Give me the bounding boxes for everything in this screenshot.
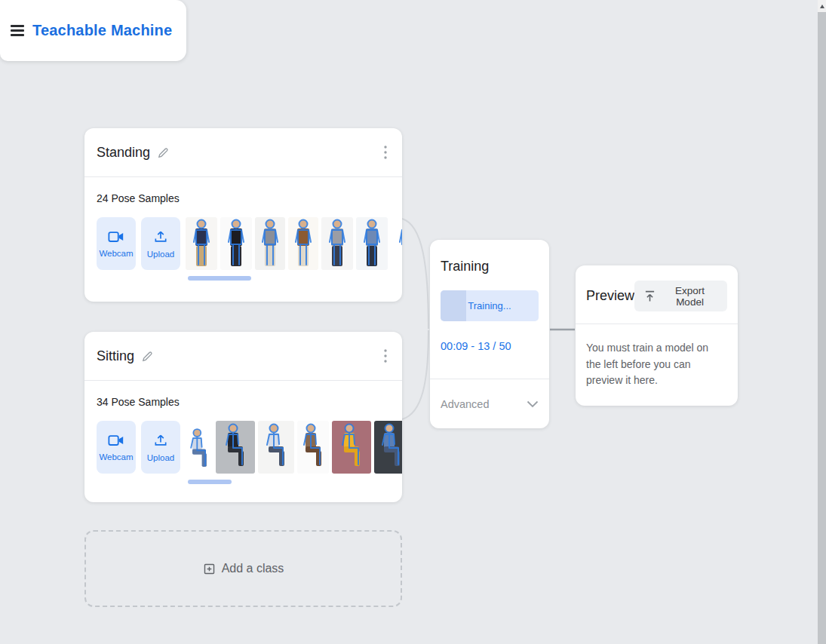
webcam-button[interactable]: Webcam [97, 217, 136, 270]
sample-strip: Webcam Upload [97, 217, 402, 270]
pose-sample-thumbnail[interactable] [321, 217, 353, 270]
class-card-header: Sitting [84, 332, 402, 381]
vertical-scrollbar[interactable] [818, 0, 826, 644]
webcam-button[interactable]: Webcam [97, 421, 136, 474]
edit-pencil-icon[interactable] [157, 146, 170, 159]
webcam-label: Webcam [99, 452, 133, 462]
pose-sample-thumbnail[interactable] [255, 217, 285, 270]
pose-sample-thumbnail[interactable] [356, 217, 388, 270]
pose-sample-thumbnail[interactable] [220, 217, 252, 270]
upload-icon [153, 229, 168, 244]
sample-thumbnails [186, 421, 402, 474]
add-class-button[interactable]: Add a class [84, 530, 402, 607]
horizontal-scrollbar-thumb[interactable] [188, 276, 251, 281]
export-model-label: Export Model [662, 285, 717, 308]
pose-sample-thumbnail[interactable] [374, 421, 402, 474]
add-box-icon [203, 563, 216, 575]
horizontal-scrollbar [97, 276, 402, 281]
webcam-label: Webcam [99, 249, 133, 258]
upload-label: Upload [147, 250, 174, 259]
advanced-toggle[interactable]: Advanced [430, 379, 549, 428]
upload-button[interactable]: Upload [141, 217, 180, 270]
chevron-down-icon [527, 400, 539, 408]
advanced-label: Advanced [441, 398, 490, 410]
class-card-standing: Standing 24 Pose Samples Webcam [84, 128, 402, 302]
training-progress-bar: Training... [441, 290, 539, 321]
pose-sample-thumbnail[interactable] [258, 421, 294, 474]
upload-label: Upload [147, 453, 174, 462]
pose-sample-thumbnail[interactable] [288, 217, 318, 270]
training-progress-label: Training... [441, 290, 539, 321]
add-class-label: Add a class [222, 562, 284, 575]
horizontal-scrollbar-thumb[interactable] [188, 480, 232, 484]
upload-button[interactable]: Upload [141, 421, 180, 474]
sample-strip: Webcam Upload [97, 421, 402, 474]
pose-sample-thumbnail[interactable] [186, 217, 217, 270]
export-model-button[interactable]: Export Model [634, 281, 727, 311]
class-card-body: 24 Pose Samples Webcam Upload [84, 177, 402, 281]
preview-message: You must train a model on the left befor… [576, 324, 738, 389]
app-header: Teachable Machine [0, 0, 186, 61]
vertical-scrollbar-thumb[interactable] [818, 12, 826, 644]
sample-count-label: 24 Pose Samples [97, 192, 402, 204]
webcam-icon [108, 230, 124, 244]
more-options-icon[interactable] [381, 346, 390, 366]
export-icon [644, 290, 656, 302]
class-card-body: 34 Pose Samples Webcam Upload [84, 381, 402, 484]
hamburger-icon[interactable] [11, 25, 24, 35]
preview-card: Preview Export Model You must train a mo… [576, 265, 738, 406]
horizontal-scrollbar [97, 480, 402, 484]
pose-sample-thumbnail[interactable] [391, 217, 402, 270]
class-title: Standing [97, 145, 150, 161]
more-options-icon[interactable] [381, 143, 390, 162]
class-card-sitting: Sitting 34 Pose Samples Webcam [84, 332, 402, 502]
training-title: Training [441, 259, 539, 274]
pose-sample-thumbnail[interactable] [186, 421, 213, 474]
preview-title: Preview [586, 288, 634, 304]
canvas: Teachable Machine Standing 24 Pose Sampl… [0, 0, 826, 644]
sample-thumbnails [186, 217, 402, 270]
scrollbar-up-arrow-icon[interactable] [818, 2, 826, 11]
pose-sample-thumbnail[interactable] [216, 421, 255, 474]
pose-sample-thumbnail[interactable] [332, 421, 371, 474]
upload-icon [153, 433, 168, 448]
training-status: 00:09 - 13 / 50 [441, 340, 539, 352]
training-card: Training Training... 00:09 - 13 / 50 Adv… [430, 240, 549, 428]
webcam-icon [108, 434, 124, 447]
sample-count-label: 34 Pose Samples [97, 396, 402, 408]
class-card-header: Standing [84, 128, 402, 177]
pose-sample-thumbnail[interactable] [297, 421, 329, 474]
class-title: Sitting [97, 348, 134, 364]
edit-pencil-icon[interactable] [141, 350, 154, 363]
app-title: Teachable Machine [32, 22, 172, 39]
